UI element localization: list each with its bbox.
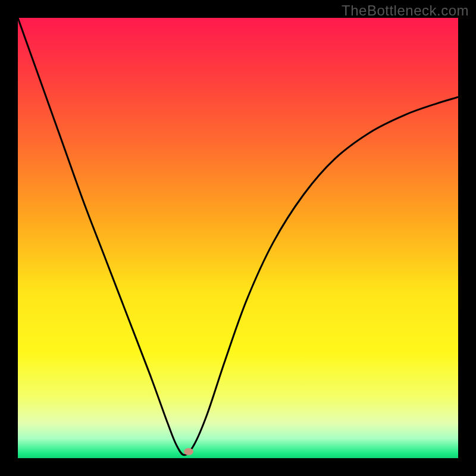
bottleneck-curve bbox=[18, 18, 458, 458]
chart-frame: TheBottleneck.com bbox=[0, 0, 476, 476]
optimal-point-marker bbox=[184, 448, 193, 455]
plot-area bbox=[18, 18, 458, 458]
watermark-text: TheBottleneck.com bbox=[342, 2, 469, 19]
